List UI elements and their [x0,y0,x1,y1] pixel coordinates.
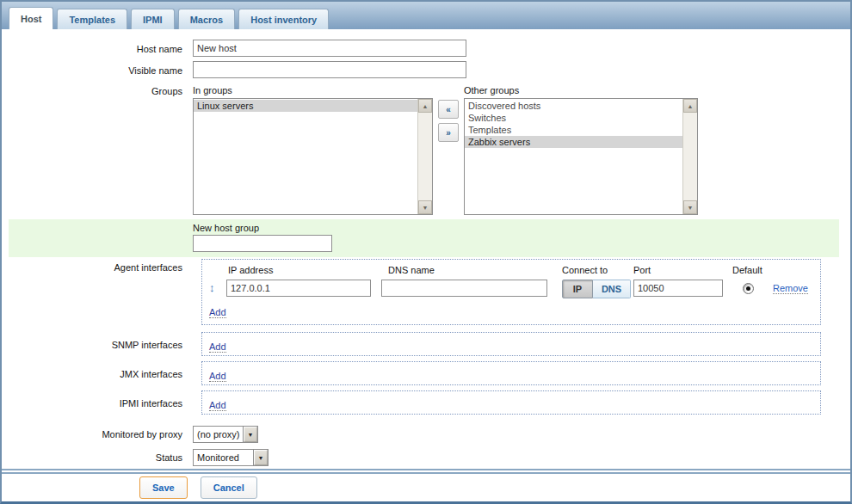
status-select[interactable]: Monitored ▼ [193,449,269,466]
scroll-down-icon[interactable]: ▼ [683,200,697,214]
agent-interfaces-label: Agent interfaces [2,258,182,325]
dropdown-arrow-icon[interactable]: ▼ [253,450,268,465]
port-column-header: Port [633,265,651,275]
add-ipmi-interface-link[interactable]: Add [209,400,226,411]
jmx-interfaces-row: JMX interfaces Add [2,361,850,385]
agent-interface-row: ↕ IP DNS Remove [202,279,820,301]
host-form: Host name Visible name Groups In groups [2,29,850,469]
scroll-up-icon[interactable]: ▲ [418,99,432,113]
host-configuration-page: Host Templates IPMI Macros Host inventor… [0,0,852,504]
monitored-by-proxy-row: Monitored by proxy (no proxy) ▼ [2,425,850,443]
tab-bar: Host Templates IPMI Macros Host inventor… [2,2,850,29]
ipmi-interfaces-row: IPMI interfaces Add [2,390,850,415]
tab-templates[interactable]: Templates [57,9,127,29]
connect-to-toggle: IP DNS [562,280,631,298]
other-groups-listbox[interactable]: Discovered hosts Switches Templates Zabb… [464,98,698,215]
default-column-header: Default [732,265,762,275]
dropdown-arrow-icon[interactable]: ▼ [243,427,257,442]
interface-port-input[interactable] [633,280,723,297]
new-host-group-input[interactable] [193,235,332,252]
ipmi-interfaces-label: IPMI interfaces [2,390,182,415]
agent-interfaces-row: Agent interfaces IP address DNS name Con… [2,258,850,325]
visible-name-row: Visible name [2,61,850,78]
jmx-interfaces-label: JMX interfaces [2,361,182,385]
move-to-other-groups-button[interactable]: » [438,123,459,142]
list-item[interactable]: Switches [465,112,682,124]
jmx-interfaces-box: Add [201,361,821,385]
interface-dns-input[interactable] [381,280,547,297]
list-item[interactable]: Discovered hosts [465,100,682,112]
snmp-interfaces-row: SNMP interfaces Add [2,332,850,356]
new-host-group-label: New host group [193,223,839,233]
interface-ip-input[interactable] [226,280,371,297]
in-groups-listbox[interactable]: Linux servers ▲ ▼ [193,98,433,215]
snmp-interfaces-box: Add [201,332,821,356]
list-item[interactable]: Templates [465,124,682,136]
agent-interfaces-box: IP address DNS name Connect to Port Defa… [201,259,821,325]
status-select-value: Monitored [197,452,239,463]
tab-macros[interactable]: Macros [178,9,236,29]
proxy-select[interactable]: (no proxy) ▼ [193,426,258,443]
visible-name-label: Visible name [2,61,182,78]
host-name-input[interactable] [193,40,466,57]
drag-handle-icon[interactable]: ↕ [209,281,215,294]
scroll-up-icon[interactable]: ▲ [683,99,697,113]
dns-name-column-header: DNS name [388,265,435,275]
monitored-by-proxy-label: Monitored by proxy [2,425,182,443]
host-name-label: Host name [2,40,182,57]
add-agent-interface-link[interactable]: Add [209,307,226,318]
host-name-row: Host name [2,40,850,57]
connect-to-column-header: Connect to [562,265,608,275]
visible-name-input[interactable] [193,61,466,78]
add-snmp-interface-link[interactable]: Add [209,341,226,353]
connect-ip-button[interactable]: IP [562,280,593,298]
agent-interfaces-header: IP address DNS name Connect to Port Defa… [202,263,820,279]
proxy-select-value: (no proxy) [197,429,240,439]
groups-label: Groups [2,85,182,215]
ip-address-column-header: IP address [228,265,273,275]
scroll-down-icon[interactable]: ▼ [418,200,432,214]
remove-interface-link[interactable]: Remove [773,283,808,294]
list-item[interactable]: Zabbix servers [465,136,682,148]
footer: Save Cancel [2,474,850,501]
tab-host-inventory[interactable]: Host inventory [238,9,329,29]
default-interface-radio[interactable] [743,283,754,294]
cancel-button[interactable]: Cancel [201,476,257,499]
tab-host[interactable]: Host [9,7,53,29]
snmp-interfaces-label: SNMP interfaces [2,332,182,356]
save-button[interactable]: Save [139,476,188,499]
groups-row: Groups In groups Linux servers ▲ ▼ [2,85,850,215]
add-jmx-interface-link[interactable]: Add [209,371,226,382]
in-groups-scrollbar[interactable]: ▲ ▼ [417,99,432,214]
other-groups-scrollbar[interactable]: ▲ ▼ [682,99,697,214]
list-item[interactable]: Linux servers [194,100,417,112]
in-groups-header: In groups [193,85,433,95]
status-label: Status [2,448,182,466]
ipmi-interfaces-box: Add [201,390,821,415]
connect-dns-button[interactable]: DNS [593,280,631,298]
tab-ipmi[interactable]: IPMI [131,9,175,29]
status-row: Status Monitored ▼ [2,448,850,466]
new-host-group-band: New host group [9,219,839,257]
move-to-in-groups-button[interactable]: « [438,100,459,119]
other-groups-header: Other groups [464,85,698,95]
